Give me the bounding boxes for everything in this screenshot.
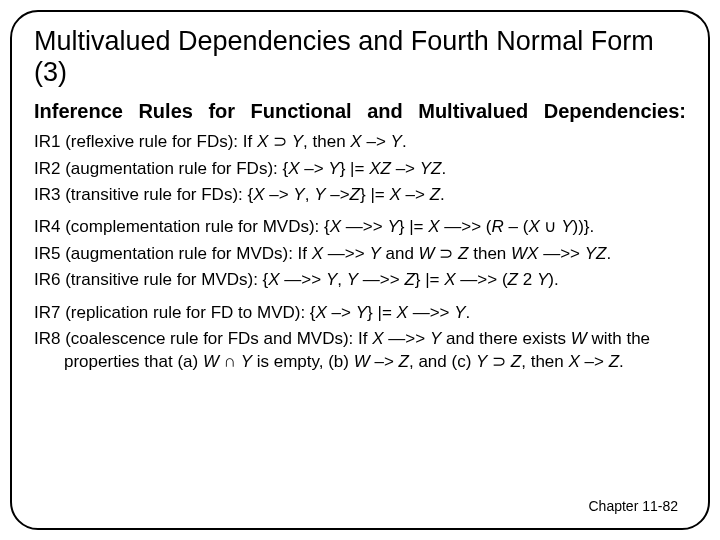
rule-label: IR7 (replication rule for FD to MVD): (34, 303, 305, 322)
text: ))}. (573, 217, 595, 236)
var: Y (369, 244, 380, 263)
var: X (372, 329, 383, 348)
text: } (367, 303, 377, 322)
text: If (353, 329, 372, 348)
text: } (415, 270, 425, 289)
rule-label: IR5 (augmentation rule for MVDs): (34, 244, 293, 263)
text: { (243, 185, 253, 204)
text: } (340, 159, 350, 178)
arrow-icon: –> (326, 185, 350, 204)
var: XZ (369, 159, 391, 178)
var: X (268, 270, 279, 289)
mvd-arrow-icon: —>> (384, 329, 430, 348)
superset-icon: ⊃ (435, 244, 458, 263)
text: and there exists (441, 329, 570, 348)
text: { (305, 303, 315, 322)
text: , (305, 185, 314, 204)
text: , (337, 270, 346, 289)
rule-ir3: IR3 (transitive rule for FDs): {X –> Y, … (34, 184, 686, 206)
text: . (440, 185, 445, 204)
var: X (397, 303, 408, 322)
mvd-arrow-icon: —>> ( (456, 270, 508, 289)
var: X (253, 185, 264, 204)
var: Z (430, 185, 440, 204)
text: If (293, 244, 312, 263)
var: Y (454, 303, 465, 322)
var: Y (356, 303, 367, 322)
mvd-arrow-icon: —>> (341, 217, 387, 236)
var: Z (404, 270, 414, 289)
text: then (469, 244, 512, 263)
rule-label: IR2 (augmentation rule for FDs): (34, 159, 278, 178)
rule-ir7: IR7 (replication rule for FD to MVD): {X… (34, 302, 686, 324)
var: YZ (420, 159, 442, 178)
text: , then (303, 132, 350, 151)
var: Z (399, 352, 409, 371)
var: X (288, 159, 299, 178)
var: X (350, 132, 361, 151)
rule-ir8: IR8 (coalescence rule for FDs and MVDs):… (34, 328, 686, 373)
var: X (528, 217, 539, 236)
var: X (389, 185, 400, 204)
var: Y (391, 132, 402, 151)
rule-ir1: IR1 (reflexive rule for FDs): If X ⊃ Y, … (34, 131, 686, 153)
page-footer: Chapter 11-82 (588, 498, 678, 514)
var: Y (292, 132, 303, 151)
turnstile-icon: |= (350, 159, 364, 178)
section-heading: Inference Rules for Functional and Multi… (34, 100, 686, 123)
var: Y (347, 270, 358, 289)
mvd-arrow-icon: —>> ( (440, 217, 492, 236)
var: W (354, 352, 370, 371)
turnstile-icon: |= (409, 217, 423, 236)
var: X (444, 270, 455, 289)
arrow-icon: –> (391, 159, 420, 178)
var: W (419, 244, 435, 263)
var: X (312, 244, 323, 263)
rule-ir5: IR5 (augmentation rule for MVDs): If X —… (34, 243, 686, 265)
text: – ( (504, 217, 529, 236)
rules-block: IR1 (reflexive rule for FDs): If X ⊃ Y, … (34, 131, 686, 373)
var: R (492, 217, 504, 236)
text: ). (548, 270, 558, 289)
var: X (257, 132, 268, 151)
rule-label: IR8 (coalescence rule for FDs and MVDs): (34, 329, 353, 348)
var: Y (537, 270, 548, 289)
turnstile-icon: |= (377, 303, 391, 322)
text: . (619, 352, 624, 371)
var: X (316, 303, 327, 322)
var: Z (609, 352, 619, 371)
intersection-icon: ∩ (219, 352, 241, 371)
union-icon: ∪ (540, 217, 561, 236)
text: . (402, 132, 407, 151)
text: { (319, 217, 329, 236)
slide-frame: Multivalued Dependencies and Fourth Norm… (10, 10, 710, 530)
text: . (442, 159, 447, 178)
rule-label: IR4 (complementation rule for MVDs): (34, 217, 319, 236)
var: X (330, 217, 341, 236)
text: is empty, (b) (252, 352, 354, 371)
arrow-icon: –> (300, 159, 329, 178)
text: } (360, 185, 370, 204)
var: Y (387, 217, 398, 236)
var: YZ (585, 244, 607, 263)
mvd-arrow-icon: —>> (408, 303, 454, 322)
var: Y (328, 159, 339, 178)
text: 2 (518, 270, 537, 289)
text: } (399, 217, 409, 236)
var: Y (241, 352, 252, 371)
mvd-arrow-icon: —>> (358, 270, 404, 289)
var: Y (293, 185, 304, 204)
rule-label: IR6 (transitive rule for MVDs): (34, 270, 258, 289)
var: W (203, 352, 219, 371)
var: Z (511, 352, 521, 371)
turnstile-icon: |= (425, 270, 439, 289)
arrow-icon: –> (401, 185, 430, 204)
rule-label: IR1 (reflexive rule for FDs): (34, 132, 238, 151)
var: WX (511, 244, 538, 263)
var: Y (561, 217, 572, 236)
turnstile-icon: |= (370, 185, 384, 204)
text: . (466, 303, 471, 322)
var: Z (458, 244, 468, 263)
mvd-arrow-icon: —>> (280, 270, 326, 289)
var: Z (350, 185, 360, 204)
